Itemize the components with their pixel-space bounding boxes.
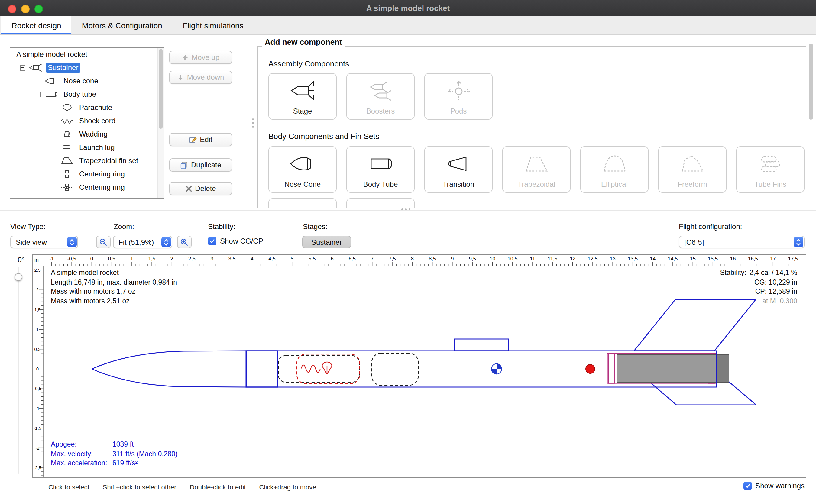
add-component-panel: Assembly ComponentsStageBoostersPodsBody… xyxy=(257,46,806,208)
duplicate-button[interactable]: Duplicate xyxy=(169,158,232,172)
component-card-body-tube[interactable]: Body Tube xyxy=(346,146,415,193)
tree-scrollbar-thumb[interactable] xyxy=(159,49,162,129)
component-card-boosters: Boosters xyxy=(346,73,415,120)
tree-item-label: Launch lug xyxy=(77,143,116,152)
tree-item-trapezoidal-fin-set[interactable]: Trapezoidal fin set xyxy=(10,154,164,167)
rocket-length: Length 16,748 in, max. diameter 0,984 in xyxy=(51,278,177,287)
flight-config-select[interactable]: [C6-5] xyxy=(679,236,805,248)
zoom-window-button[interactable] xyxy=(34,5,43,13)
edit-button[interactable]: Edit xyxy=(169,133,232,146)
launch-lug-outline[interactable] xyxy=(455,339,508,351)
component-card-stage[interactable]: Stage xyxy=(268,73,337,120)
card-label: Pods xyxy=(450,107,467,115)
horizontal-splitter xyxy=(0,210,816,211)
card-label: Stage xyxy=(293,107,312,115)
tree-root-item[interactable]: A simple model rocket xyxy=(10,48,164,61)
acceleration-value: 619 ft/s² xyxy=(112,459,138,468)
wadding-icon xyxy=(60,130,74,138)
component-card-transition[interactable]: Transition xyxy=(424,146,493,193)
tab-rocket-design[interactable]: Rocket design xyxy=(1,16,72,34)
tree-item-label: Wadding xyxy=(77,129,109,139)
group-label-body-components-and-fin-sets: Body Components and Fin Sets xyxy=(268,132,379,141)
zoom-out-button[interactable] xyxy=(96,236,111,248)
component-card-partial[interactable] xyxy=(268,198,337,208)
component-card-tube-fins: Tube Fins xyxy=(736,146,805,193)
splitter-handle-vertical[interactable] xyxy=(252,118,254,128)
acceleration-label: Max. acceleration: xyxy=(51,459,112,468)
button-label: Move up xyxy=(192,53,219,62)
component-card-nose-cone[interactable]: Nose Cone xyxy=(268,146,337,193)
tree-item-sustainer[interactable]: Sustainer xyxy=(10,61,164,74)
tree-item-shock-cord[interactable]: Shock cord xyxy=(10,114,164,128)
card-label: Trapezoidal xyxy=(518,180,555,189)
minimize-window-button[interactable] xyxy=(21,5,30,13)
status-hint: Shift+click to select other xyxy=(103,483,176,491)
card-label: Transition xyxy=(443,180,474,189)
chevron-updown-icon xyxy=(161,237,171,247)
motor[interactable] xyxy=(617,355,729,383)
tree-item-centering-ring[interactable]: Centering ring xyxy=(10,167,164,181)
apogee-label: Apogee: xyxy=(51,440,112,449)
launchlug-icon xyxy=(60,143,74,152)
velocity-value: 311 ft/s (Mach 0,280) xyxy=(112,449,178,459)
zoom-select[interactable]: Fit (51,9%) xyxy=(113,236,172,248)
component-card-trapezoidal: Trapezoidal xyxy=(502,146,571,193)
tree-item-label: Shock cord xyxy=(77,116,117,126)
tab-flight-simulations[interactable]: Flight simulations xyxy=(173,16,254,34)
duplicate-icon xyxy=(180,161,188,169)
zoom-in-button[interactable] xyxy=(177,236,192,248)
component-card-partial[interactable] xyxy=(346,198,415,208)
tree-item-label: Inner Tube xyxy=(77,196,116,199)
magnifier-minus-icon xyxy=(99,238,108,246)
transition-icon xyxy=(442,147,475,180)
chevron-updown-icon xyxy=(67,237,76,247)
move-down-button[interactable]: Move down xyxy=(169,71,232,84)
rocket-name: A simple model rocket xyxy=(51,268,177,278)
tree-item-label: Body tube xyxy=(62,89,98,99)
panel-scrollbar-thumb[interactable] xyxy=(809,44,813,120)
innertube-icon xyxy=(60,196,74,199)
edit-icon xyxy=(189,136,197,144)
show-warnings-checkbox[interactable]: Show warnings xyxy=(743,482,805,490)
cp-marker xyxy=(586,364,595,373)
tree-item-body-tube[interactable]: Body tube xyxy=(10,88,164,101)
rocket-canvas[interactable]: -1-0,500,511,522,533,544,555,566,577,588… xyxy=(32,254,806,478)
collapse-toggle-icon[interactable] xyxy=(20,65,25,70)
tree-item-parachute[interactable]: Parachute xyxy=(10,101,164,114)
tab-motors-configuration[interactable]: Motors & Configuration xyxy=(72,16,173,34)
tree-item-label: Centering ring xyxy=(77,183,127,192)
tree-item-wadding[interactable]: Wadding xyxy=(10,128,164,141)
show-cgcp-checkbox[interactable]: Show CG/CP xyxy=(208,237,263,245)
chevron-updown-icon xyxy=(793,237,803,247)
close-window-button[interactable] xyxy=(8,5,16,13)
group-label-assembly-components: Assembly Components xyxy=(268,59,349,68)
shock-cord-outline[interactable] xyxy=(278,356,359,382)
status-hint: Click+drag to move xyxy=(259,483,316,491)
rotation-slider-thumb[interactable] xyxy=(15,273,22,281)
simulation-results-block: Apogee:1039 ft Max. velocity:311 ft/s (M… xyxy=(51,440,178,468)
collapse-toggle-icon[interactable] xyxy=(36,92,41,97)
flight-config-label: Flight configuration: xyxy=(679,222,742,231)
tree-item-label: Trapezoidal fin set xyxy=(77,156,140,166)
stage-sustainer-toggle[interactable]: Sustainer xyxy=(302,236,351,248)
tree-item-centering-ring[interactable]: Centering ring xyxy=(10,181,164,194)
button-label: Edit xyxy=(200,135,212,144)
nose-cone-outline[interactable] xyxy=(92,351,246,387)
arrow-up-icon xyxy=(182,54,189,61)
button-label: Move down xyxy=(187,73,224,82)
tree-scrollbar[interactable] xyxy=(157,48,164,198)
magnifier-plus-icon xyxy=(180,238,189,246)
bodytube-icon xyxy=(364,147,397,180)
view-type-select[interactable]: Side view xyxy=(10,236,78,248)
toolbar-separator xyxy=(285,221,285,249)
trapezoidal-icon xyxy=(520,147,553,180)
move-up-button[interactable]: Move up xyxy=(169,51,232,64)
tree-item-nose-cone[interactable]: Nose cone xyxy=(10,74,164,88)
delete-button[interactable]: Delete xyxy=(169,182,232,195)
wadding-outline[interactable] xyxy=(372,353,418,385)
rotation-slider-track[interactable] xyxy=(18,267,19,474)
tree-item-label: Parachute xyxy=(77,103,114,112)
splitter-handle-horizontal[interactable] xyxy=(401,208,410,210)
tree-item-inner-tube[interactable]: Inner Tube xyxy=(10,194,164,199)
tree-item-launch-lug[interactable]: Launch lug xyxy=(10,141,164,154)
